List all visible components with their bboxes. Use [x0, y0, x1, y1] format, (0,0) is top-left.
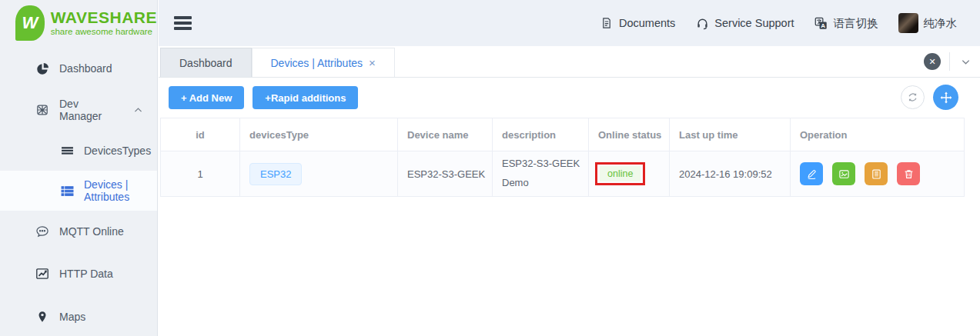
- sidebar-item-devicestypes[interactable]: DevicesTypes: [0, 131, 157, 171]
- column-settings-button[interactable]: [933, 85, 958, 110]
- tab-bar: Dashboard Devices | Attributes × ✕: [159, 46, 980, 78]
- username: 纯净水: [924, 16, 958, 31]
- cell-last-up-time: 2024-12-16 19:09:52: [670, 151, 791, 197]
- sidebar-item-label: Dashboard: [59, 62, 112, 75]
- sidebar-item-dashboard[interactable]: Dashboard: [0, 48, 157, 89]
- chevron-down-icon[interactable]: [958, 55, 972, 68]
- col-header-device-name: Device name: [398, 118, 493, 151]
- online-status-badge: online: [600, 166, 641, 181]
- cell-operation: [791, 151, 965, 197]
- cell-device-name: ESP32-S3-GEEK: [398, 151, 493, 197]
- col-header-id: id: [161, 118, 240, 151]
- device-type-badge[interactable]: ESP32: [249, 163, 302, 185]
- map-pin-icon: [35, 310, 49, 324]
- table-row: 1 ESP32 ESP32-S3-GEEK ESP32-S3-GEEK Demo…: [161, 151, 965, 197]
- close-all-tabs-icon[interactable]: ✕: [924, 53, 941, 70]
- tab-close-icon[interactable]: ×: [369, 57, 376, 68]
- sidebar-item-mqtt-online[interactable]: MQTT Online: [0, 211, 157, 252]
- image-card-icon: [838, 168, 850, 180]
- menu-label: Service Support: [714, 17, 794, 29]
- sidebar-item-label: MQTT Online: [59, 225, 124, 238]
- document-lines-icon: [871, 168, 882, 180]
- sidebar-item-label: DevicesTypes: [84, 145, 151, 157]
- svg-text:A: A: [821, 22, 825, 28]
- table-header-row: id devicesType Device name description O…: [161, 118, 965, 151]
- attributes-button[interactable]: [832, 162, 855, 185]
- sidebar-item-label: Dev Manager: [59, 98, 121, 122]
- rapid-additions-button[interactable]: +Rapid additions: [253, 86, 358, 109]
- delete-button[interactable]: [897, 162, 920, 185]
- col-header-operation: Operation: [791, 118, 965, 151]
- edit-button[interactable]: [800, 162, 823, 185]
- pencil-icon: [806, 168, 818, 180]
- bars-icon: [60, 144, 74, 158]
- headset-icon: [695, 16, 709, 30]
- add-new-button[interactable]: + Add New: [169, 86, 244, 109]
- cell-devicestype: ESP32: [240, 151, 398, 197]
- avatar: [898, 13, 918, 33]
- description-text: ESP32-S3-GEEK Demo: [502, 155, 588, 192]
- waveshare-logo-icon: W: [15, 5, 45, 41]
- menu-label: Documents: [619, 17, 675, 29]
- translate-icon: A: [814, 16, 828, 30]
- sidebar: W WAVESHARE share awesome hardware Dashb…: [0, 0, 158, 336]
- col-header-online-status: Online status: [589, 118, 670, 151]
- language-switch-menu[interactable]: A 语言切换: [814, 16, 878, 31]
- refresh-icon: [907, 91, 918, 103]
- brand-tagline: share awesome hardware: [51, 27, 157, 36]
- devices-table: id devicesType Device name description O…: [160, 118, 965, 197]
- document-icon: [600, 16, 614, 30]
- brand-name: WAVESHARE: [51, 9, 157, 26]
- move-icon: [940, 91, 952, 104]
- log-button[interactable]: [865, 162, 888, 185]
- box-icon: [35, 103, 49, 117]
- trash-icon: [903, 168, 915, 180]
- sidebar-item-label: Maps: [59, 311, 85, 323]
- sidebar-item-maps[interactable]: Maps: [0, 295, 157, 336]
- cell-id: 1: [161, 151, 240, 197]
- caret-up-icon[interactable]: [131, 103, 145, 117]
- col-header-description: description: [493, 118, 589, 151]
- sidebar-item-devices-attributes[interactable]: Devices | Attributes: [0, 171, 157, 211]
- documents-menu[interactable]: Documents: [600, 16, 675, 30]
- divider: [949, 52, 950, 71]
- chart-line-icon: [35, 267, 49, 281]
- hamburger-menu-icon[interactable]: [174, 16, 192, 30]
- tab-devices-attributes[interactable]: Devices | Attributes ×: [252, 48, 395, 77]
- sidebar-item-label: HTTP Data: [59, 268, 113, 280]
- chat-icon: [35, 225, 49, 238]
- service-support-menu[interactable]: Service Support: [695, 16, 794, 30]
- tab-label: Devices | Attributes: [271, 57, 363, 69]
- col-header-last-up-time: Last up time: [670, 118, 791, 151]
- top-header: Documents Service Support: [159, 0, 980, 46]
- user-menu[interactable]: 纯净水: [898, 13, 958, 33]
- tab-label: Dashboard: [179, 57, 232, 69]
- menu-label: 语言切换: [834, 16, 878, 31]
- brand-logo: W WAVESHARE share awesome hardware: [0, 0, 157, 46]
- col-header-devicestype: devicesType: [240, 118, 398, 151]
- sidebar-item-label: Devices | Attributes: [84, 178, 145, 203]
- sidebar-item-dev-manager[interactable]: Dev Manager: [0, 89, 157, 131]
- tab-dashboard[interactable]: Dashboard: [160, 48, 252, 77]
- toolbar: + Add New +Rapid additions: [159, 78, 980, 118]
- refresh-button[interactable]: [901, 85, 925, 109]
- sidebar-nav: Dashboard Dev Manager: [0, 46, 157, 336]
- online-status-annotation: online: [595, 162, 645, 185]
- cell-description: ESP32-S3-GEEK Demo: [493, 151, 589, 197]
- main-content: + Add New +Rapid additions: [159, 78, 980, 336]
- app-window: W WAVESHARE share awesome hardware Dashb…: [0, 0, 980, 336]
- sidebar-item-http-data[interactable]: HTTP Data: [0, 252, 157, 295]
- pie-chart-icon: [35, 62, 49, 75]
- list-icon: [60, 184, 74, 198]
- cell-online-status: online: [589, 151, 670, 197]
